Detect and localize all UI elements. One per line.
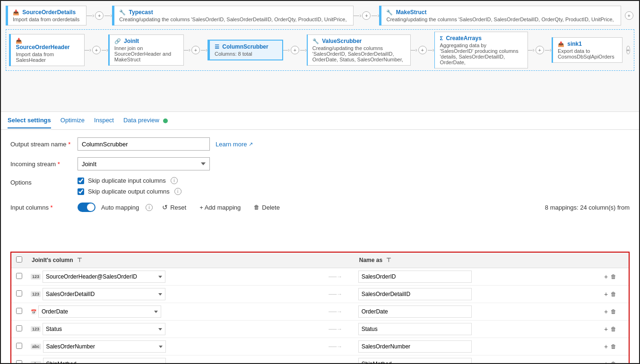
- tab-data-preview[interactable]: Data preview: [123, 113, 159, 128]
- mapping-count: 8 mappings: 24 column(s) from: [545, 204, 630, 211]
- target-col-cell-5: [355, 356, 600, 364]
- target-col-input-4[interactable]: [358, 340, 472, 353]
- table-row: abc ShipMethod ──→ + 🗑: [11, 356, 629, 364]
- external-link-icon: ↗: [249, 141, 253, 147]
- delete-button[interactable]: 🗑 Delete: [250, 202, 284, 213]
- row-add-btn-4[interactable]: +: [604, 343, 608, 350]
- th-actions: [600, 253, 629, 268]
- row-add-btn-0[interactable]: +: [604, 273, 608, 280]
- target-col-cell-2: [355, 303, 600, 321]
- row-checkbox-cell: [11, 338, 27, 356]
- row-del-btn-2[interactable]: 🗑: [611, 308, 616, 315]
- learn-more-link[interactable]: Learn more ↗: [216, 141, 253, 148]
- select-all-checkbox[interactable]: [16, 256, 22, 262]
- add-node-btn-3[interactable]: +: [625, 11, 633, 20]
- value-scrubber-icon: 🔧: [312, 38, 319, 44]
- row-del-btn-0[interactable]: 🗑: [611, 273, 616, 280]
- th-joinit-column: JoinIt's column ⊤: [27, 253, 317, 268]
- connector-r2-2: › + ›: [184, 46, 208, 54]
- node-create-arrays[interactable]: Σ CreateArrays Aggregating data by 'Sale…: [434, 32, 528, 68]
- add-node-btn-r2-3[interactable]: +: [291, 46, 299, 54]
- output-stream-input[interactable]: [78, 137, 210, 151]
- skip-dup-output-checkbox[interactable]: [78, 188, 84, 195]
- skip-dup-input-label: Skip duplicate input columns: [88, 177, 166, 184]
- table-row: 123 SalesOrderDetailID ──→ + 🗑: [11, 286, 629, 303]
- tab-optimize[interactable]: Optimize: [61, 113, 85, 128]
- source-col-cell-2: 📅 OrderDate: [27, 303, 317, 321]
- source-col-select-0[interactable]: SourceOrderHeader@SalesOrderID: [43, 271, 165, 283]
- row-del-btn-1[interactable]: 🗑: [611, 291, 616, 297]
- node-make-struct[interactable]: 🔧 MakeStruct Creating/updating the colum…: [379, 6, 621, 25]
- required-marker: *: [68, 141, 70, 148]
- add-node-btn-r2-1[interactable]: +: [92, 46, 101, 54]
- target-col-input-1[interactable]: [358, 288, 472, 300]
- row-add-btn-2[interactable]: +: [604, 308, 608, 315]
- table-area: JoinIt's column ⊤ Name as ⊤: [1, 252, 639, 363]
- node-typecast[interactable]: 🔧 Typecast Creating/updating the columns…: [112, 6, 354, 25]
- reset-button[interactable]: ↺ Reset: [158, 202, 190, 213]
- row-del-btn-5[interactable]: 🗑: [611, 361, 616, 363]
- table-row: 123 SourceOrderHeader@SalesOrderID ──→ +…: [11, 268, 629, 286]
- makestruct-icon: 🔧: [386, 9, 393, 15]
- incoming-stream-select[interactable]: JoinIt: [78, 157, 210, 170]
- connector-1: › + ›: [86, 11, 112, 20]
- skip-dup-input-checkbox[interactable]: [78, 178, 84, 184]
- tab-select-settings[interactable]: Select settings: [8, 113, 51, 128]
- row-actions-cell-0: + 🗑: [600, 268, 629, 286]
- add-node-btn-2[interactable]: +: [362, 11, 371, 20]
- row-add-btn-5[interactable]: +: [604, 360, 608, 363]
- table-header-row: JoinIt's column ⊤ Name as ⊤: [11, 253, 629, 268]
- row-add-btn-3[interactable]: +: [604, 325, 608, 333]
- node-value-scrubber[interactable]: 🔧 ValueScrubber Creating/updating the co…: [307, 34, 411, 66]
- target-col-input-0[interactable]: [358, 271, 472, 283]
- node-sink1[interactable]: 📤 sink1 Export data to CosmosDbSqlApiOrd…: [552, 37, 623, 63]
- auto-mapping-toggle[interactable]: [78, 203, 95, 212]
- row-checkbox-2[interactable]: [16, 308, 22, 314]
- row-checkbox-4[interactable]: [16, 343, 22, 349]
- add-mapping-button[interactable]: + Add mapping: [196, 202, 244, 213]
- row-checkbox-1[interactable]: [16, 290, 22, 296]
- target-col-cell-4: [355, 338, 600, 356]
- row-checkbox-0[interactable]: [16, 273, 22, 279]
- auto-mapping-info-icon[interactable]: i: [146, 204, 153, 211]
- tab-inspect[interactable]: Inspect: [94, 113, 114, 128]
- source-col-cell-3: 123 Status: [27, 321, 317, 338]
- add-node-btn-r2-5[interactable]: +: [536, 46, 544, 54]
- source-col-select-1[interactable]: SalesOrderDetailID: [43, 288, 165, 300]
- settings-panel: Select settings Optimize Inspect Data pr…: [1, 112, 639, 363]
- source-col-select-4[interactable]: SalesOrderNumber: [43, 340, 166, 353]
- source-col-select-3[interactable]: Status: [43, 323, 165, 335]
- connector-r2-1: › + ›: [85, 46, 108, 54]
- data-preview-status-dot: [163, 119, 168, 123]
- source-col-select-2[interactable]: OrderDate: [38, 305, 161, 318]
- node-source-order-details[interactable]: 📥 SourceOrderDetails Import data from or…: [6, 6, 86, 25]
- connector-r2-5: › + ›: [528, 46, 552, 54]
- row-del-btn-4[interactable]: 🗑: [611, 343, 616, 350]
- map-arrow-icon-1: ──→: [329, 291, 342, 297]
- skip-dup-output-info-icon[interactable]: i: [174, 188, 182, 195]
- row-actions-cell-1: + 🗑: [600, 286, 629, 303]
- row-checkbox-5[interactable]: [16, 360, 22, 363]
- node-column-scrubber[interactable]: ☰ ColumnScrubber Columns: 8 total: [208, 40, 283, 60]
- row-checkbox-3[interactable]: [16, 325, 22, 331]
- target-col-input-5[interactable]: [358, 358, 472, 363]
- add-node-btn-r2-2[interactable]: +: [191, 46, 200, 54]
- add-node-btn-1[interactable]: +: [95, 11, 104, 20]
- incoming-stream-select-wrapper: JoinIt: [78, 157, 210, 170]
- add-node-btn-end[interactable]: +: [626, 46, 630, 54]
- add-node-btn-r2-4[interactable]: +: [418, 46, 427, 54]
- target-col-input-3[interactable]: [358, 323, 472, 335]
- node-source-order-header[interactable]: 📥 SourceOrderHeader Import data from Sal…: [9, 34, 85, 66]
- source-col-cell-0: 123 SourceOrderHeader@SalesOrderID: [27, 268, 317, 286]
- joinit-icon: 🔗: [114, 38, 121, 44]
- row-del-btn-3[interactable]: 🗑: [611, 326, 616, 332]
- row-add-btn-1[interactable]: +: [604, 290, 608, 298]
- node-joinit[interactable]: 🔗 JoinIt Inner join on SourceOrderHeader…: [108, 34, 184, 66]
- options-row: Options Skip duplicate input columns i S…: [10, 177, 630, 195]
- col1-filter-icon[interactable]: ⊤: [77, 257, 82, 263]
- th-arrow: [317, 253, 355, 268]
- col2-filter-icon[interactable]: ⊤: [386, 257, 391, 263]
- target-col-input-2[interactable]: [358, 305, 472, 318]
- skip-dup-input-info-icon[interactable]: i: [171, 177, 178, 184]
- source-col-select-5[interactable]: ShipMethod: [43, 358, 166, 363]
